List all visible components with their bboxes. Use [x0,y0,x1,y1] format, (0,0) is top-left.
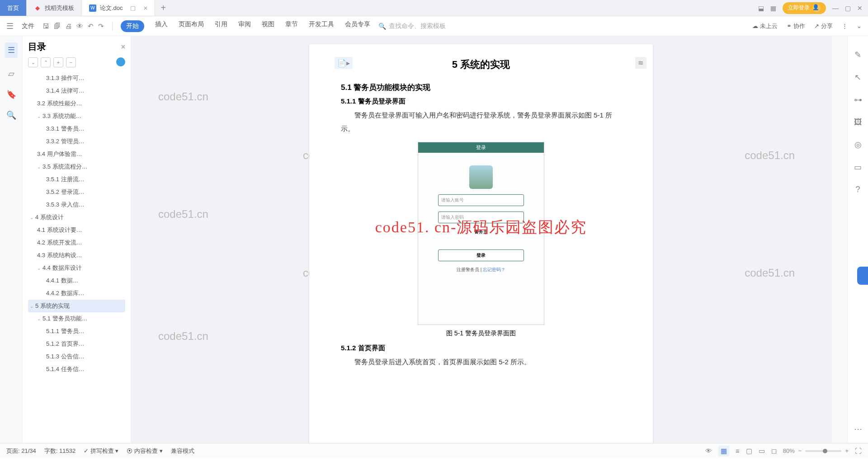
focus-view-icon[interactable]: ◻ [771,447,777,455]
side-expand-tab[interactable] [857,267,868,285]
zoom-thumb[interactable] [823,449,827,453]
document-area[interactable]: code51. cn-源码乐园盗图必究 code51.cn code51.cn … [131,36,831,443]
menu-chapter[interactable]: 章节 [285,20,298,32]
tab-home[interactable]: 首页 [0,0,27,16]
toc-item[interactable]: 4.4.1 数据… [28,274,125,287]
compat-mode[interactable]: 兼容模式 [171,447,194,455]
settings-slider-icon[interactable]: ⊶ [854,95,862,105]
menu-view[interactable]: 视图 [262,20,274,32]
chevron-down-icon[interactable]: ⌄ [30,215,34,220]
spellcheck-button[interactable]: ✓ 拼写检查 ▾ [84,447,118,455]
toc-item[interactable]: 3.3.1 警务员… [28,122,125,135]
toc-item[interactable]: 3.1.4 法律可… [28,85,125,97]
tab-templates[interactable]: ◆ 找稻壳模板 [27,0,82,16]
menu-reference[interactable]: 引用 [215,20,227,32]
panel-close-icon[interactable]: × [121,43,125,51]
toc-item[interactable]: 5.1.3 公告信… [28,350,125,363]
toc-item[interactable]: 5.1.2 首页界… [28,338,125,350]
toc-item[interactable]: ⌄4 系统设计 [28,211,125,224]
command-search[interactable]: 🔍 查找命令、搜索模板 [378,22,446,30]
menu-layout[interactable]: 页面布局 [179,20,204,32]
more-icon[interactable]: ⋮ [842,23,848,29]
cloud-status[interactable]: ☁未上云 [752,22,778,30]
tab-presentation-icon[interactable]: ▢ [130,5,136,11]
share-button[interactable]: ↗分享 [814,22,833,30]
toc-item[interactable]: ⌄3.5 系统流程分… [28,160,125,173]
screen-icon[interactable]: ▭ [854,162,862,172]
zoom-in-button[interactable]: + [845,447,849,454]
redo-icon[interactable]: ↷ [98,22,104,30]
add-heading-button[interactable]: + [53,57,63,67]
collapse-ribbon-icon[interactable]: ⌄ [857,23,862,29]
login-button[interactable]: 立即登录 👤 [783,2,826,14]
toc-item[interactable]: 3.2 系统性能分… [28,97,125,110]
preview-icon[interactable]: 👁 [76,22,83,30]
outline-view-icon[interactable]: ≡ [736,447,740,455]
minimize-icon[interactable]: — [832,5,839,12]
target-icon[interactable]: ◎ [854,140,862,150]
read-view-icon[interactable]: ▭ [759,447,765,455]
toc-item[interactable]: 3.5.1 注册流… [28,173,125,186]
bookmark-icon[interactable]: 🔖 [6,89,16,99]
content-check-button[interactable]: ⦿ 内容检查 ▾ [127,447,162,455]
eye-icon[interactable]: 👁 [705,447,712,455]
toc-item[interactable]: 3.3.2 管理员… [28,135,125,148]
menu-insert[interactable]: 插入 [155,20,168,32]
chevron-down-icon[interactable]: ⌄ [37,165,42,169]
hamburger-icon[interactable]: ☰ [6,21,14,31]
chevron-down-icon[interactable]: ⌄ [30,304,34,309]
select-icon[interactable]: ↖ [854,72,861,82]
menu-start[interactable]: 开始 [121,20,144,32]
window-close-icon[interactable]: ✕ [857,5,863,12]
tab-document[interactable]: W 论文.doc ▢ × [82,0,155,16]
maximize-icon[interactable]: ▢ [845,5,851,12]
filter-tool-icon[interactable]: ≋ [635,57,646,69]
web-view-icon[interactable]: ▢ [746,447,752,455]
toc-item[interactable]: 4.1 系统设计要… [28,224,125,236]
toc-item[interactable]: 3.4 用户体验需… [28,148,125,160]
toc-item[interactable]: ⌄5.1 警务员功能… [28,312,125,325]
collapse-all-button[interactable]: ⌄ [28,57,38,67]
menu-devtools[interactable]: 开发工具 [309,20,334,32]
paragraph-tool-icon[interactable]: 📄▸ [335,57,353,69]
menu-review[interactable]: 审阅 [238,20,251,32]
toc-item[interactable]: 4.2 系统开发流… [28,236,125,249]
undo-icon[interactable]: ↶ [88,22,94,30]
image-icon[interactable]: 🖼 [854,118,862,127]
chevron-down-icon[interactable]: ⌄ [37,266,42,271]
word-count[interactable]: 字数: 11532 [44,447,75,455]
chevron-down-icon[interactable]: ⌄ [37,316,42,321]
sync-indicator-icon[interactable] [116,57,125,66]
toc-item[interactable]: 4.3 系统结构设… [28,249,125,262]
page-view-icon[interactable]: ▦ [718,446,729,456]
toc-item[interactable]: 3.1.3 操作可… [28,72,125,85]
print-icon[interactable]: 🖨 [65,22,72,30]
menu-vip[interactable]: 会员专享 [345,20,370,32]
toc-item[interactable]: 5.1.1 警务员… [28,325,125,338]
scrollbar-rail[interactable] [831,36,847,443]
new-tab-button[interactable]: + [155,0,171,16]
chevron-down-icon[interactable]: ⌄ [37,114,42,119]
zoom-out-button[interactable]: − [798,447,802,454]
zoom-slider[interactable] [805,450,841,452]
bookmark-rail-icon[interactable]: ▱ [8,69,14,79]
collaborate-button[interactable]: ⚭协作 [787,22,805,30]
toc-item[interactable]: 3.5.3 录入信… [28,198,125,211]
search-rail-icon[interactable]: 🔍 [6,110,16,120]
remove-heading-button[interactable]: − [66,57,76,67]
page-indicator[interactable]: 页面: 21/34 [6,447,36,455]
toc-item[interactable]: ⌄5 系统的实现 [28,300,125,312]
toc-item[interactable]: 4.4.2 数据库… [28,287,125,300]
save-as-icon[interactable]: 🗐 [54,22,61,30]
help-icon[interactable]: ? [855,185,860,194]
apps-icon[interactable]: ▦ [770,5,776,12]
fit-icon[interactable]: ⛶ [855,447,862,455]
outline-icon[interactable]: ☰ [5,42,18,58]
close-icon[interactable]: × [144,4,148,12]
edit-icon[interactable]: ✎ [854,50,861,60]
more-tools-icon[interactable]: ⋯ [854,424,862,434]
zoom-label[interactable]: 80% [783,447,795,454]
toc-item[interactable]: 5.1.4 任务信… [28,363,125,376]
layout-icon[interactable]: ⬓ [758,5,764,12]
expand-all-button[interactable]: ⌃ [41,57,51,67]
